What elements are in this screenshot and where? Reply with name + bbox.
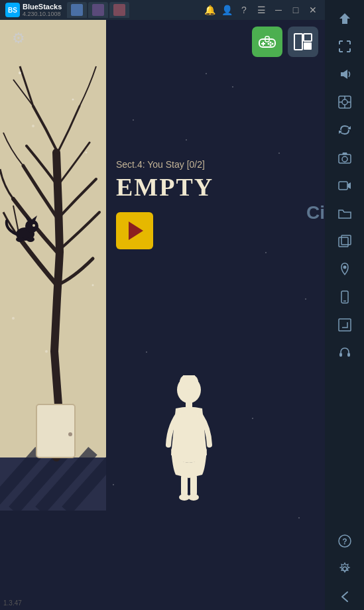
svg-rect-51 [339,182,347,190]
particle [113,484,114,485]
particle [133,119,134,121]
layout-button[interactable] [288,27,318,57]
svg-point-4 [272,43,274,45]
copy-icon[interactable] [332,228,358,255]
close-button[interactable]: ✕ [306,3,320,17]
svg-rect-53 [341,235,351,245]
svg-rect-59 [347,353,350,357]
touch-icon[interactable] [332,89,358,115]
svg-point-3 [270,42,272,44]
gear-button[interactable]: ⚙ [7,27,30,50]
resize-icon[interactable] [332,312,358,338]
tab-sh[interactable] [109,2,129,18]
app-version: 4.230.10.1008 [23,11,62,17]
window-controls: 🔔 👤 ? ☰ ─ □ ✕ [203,3,320,17]
tab-he-icon [92,4,104,16]
svg-text:?: ? [342,537,347,546]
svg-point-27 [19,72,21,74]
video-icon[interactable] [332,172,358,199]
camera-icon[interactable] [332,145,358,171]
notification-icon[interactable]: 🔔 [203,3,216,17]
svg-point-54 [343,266,346,269]
tab-bar [67,2,129,18]
svg-point-23 [27,237,34,242]
gamepad-icon [258,35,276,48]
svg-point-6 [268,43,270,45]
svg-point-21 [32,224,35,227]
rotate-icon[interactable] [332,117,358,143]
partial-text-ci: Ci [306,202,325,223]
tab-home[interactable] [67,2,87,18]
particle [146,351,147,353]
svg-rect-24 [36,404,75,457]
level-title: Empty [116,172,213,202]
location-icon[interactable] [332,256,358,282]
svg-rect-9 [304,34,312,41]
particle [265,252,267,253]
svg-point-30 [86,152,88,154]
character-silhouette [159,375,219,504]
game-area: ⚙ [0,20,325,610]
volume-icon[interactable] [332,61,358,88]
svg-point-18 [25,219,38,233]
right-sidebar: ? [325,0,364,610]
app-logo: BS BlueStacks 4.230.10.1008 [5,3,62,17]
svg-rect-38 [181,475,188,496]
particle [232,86,233,88]
svg-point-5 [270,44,272,46]
game-text-area: Sect.4: You Stay [0/2] Empty [116,159,213,249]
svg-point-25 [68,432,72,436]
tree-illustration [0,20,106,511]
collapse-icon[interactable] [332,5,358,32]
svg-rect-11 [0,20,106,457]
particle [305,298,306,300]
device-icon[interactable] [332,284,358,310]
svg-point-28 [72,99,74,101]
play-icon [129,221,143,240]
minimize-button[interactable]: ─ [272,3,285,17]
fullscreen-icon[interactable] [332,33,358,60]
svg-marker-42 [339,13,350,24]
gamepad-button[interactable] [252,27,282,57]
account-icon[interactable]: 👤 [220,3,233,17]
app-name: BlueStacks [23,3,62,11]
game-top-controls [252,27,318,57]
title-bar: BS BlueStacks 4.230.10.1008 🔔 👤 ? ☰ ─ □ … [0,0,325,20]
svg-point-32 [92,284,94,286]
folder-icon[interactable] [332,200,358,227]
illustration-panel [0,20,106,511]
tab-sh-icon [113,4,125,16]
tab-home-icon [71,4,83,16]
particle [206,73,207,74]
svg-rect-58 [339,353,342,357]
help-icon[interactable]: ? [237,3,251,17]
particle [186,139,187,141]
svg-rect-8 [294,34,302,50]
tab-he[interactable] [88,2,108,18]
svg-rect-2 [261,43,265,44]
svg-point-44 [342,99,347,105]
section-label: Sect.4: You Stay [0/2] [116,159,213,170]
character-svg [159,375,219,501]
svg-point-33 [45,350,48,353]
particle [298,517,300,518]
svg-point-50 [342,156,347,162]
settings-button[interactable] [332,556,358,582]
svg-point-29 [32,125,34,127]
maximize-button[interactable]: □ [289,3,302,17]
svg-point-40 [179,494,190,501]
svg-point-31 [12,317,15,320]
svg-rect-39 [190,475,197,496]
bluestacks-logo-icon: BS [5,3,20,17]
svg-rect-10 [304,42,312,50]
svg-rect-57 [339,319,351,331]
particle [252,418,253,419]
headset-icon[interactable] [332,339,358,366]
back-button[interactable] [332,583,358,610]
help-button[interactable]: ? [332,528,358,554]
svg-point-22 [16,237,24,242]
play-button[interactable] [116,212,153,249]
svg-point-41 [188,494,199,501]
layout-icon [293,32,313,51]
menu-icon[interactable]: ☰ [255,3,268,17]
